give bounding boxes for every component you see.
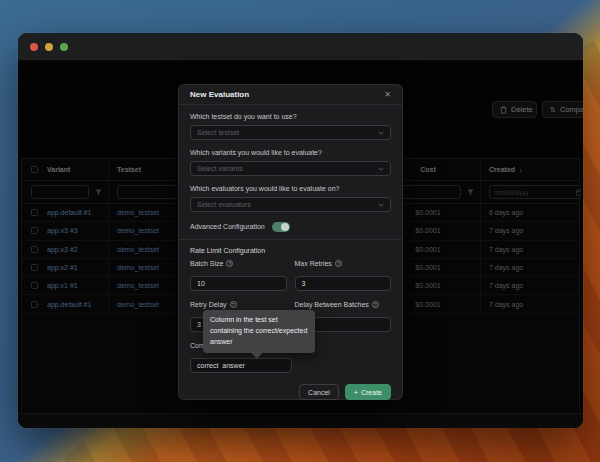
rate-limit-heading: Rate Limit Configuration xyxy=(190,247,391,254)
info-icon[interactable]: ? xyxy=(230,301,237,308)
advanced-configuration-toggle[interactable] xyxy=(272,222,290,232)
correct-answer-column-input[interactable] xyxy=(190,358,292,373)
variants-question-label: Which variants you would like to evaluat… xyxy=(190,149,391,156)
traffic-light-minimize-icon[interactable] xyxy=(45,43,53,51)
evaluators-select[interactable]: Select evaluators xyxy=(190,197,391,212)
plus-icon: + xyxy=(354,389,358,396)
modal-body: Which testset do you want to use? Select… xyxy=(179,105,402,400)
variants-select[interactable]: Select variants xyxy=(190,161,391,176)
max-retries-input[interactable] xyxy=(295,276,392,291)
info-icon[interactable]: ? xyxy=(335,260,342,267)
variants-select-placeholder: Select variants xyxy=(197,165,243,172)
info-icon[interactable]: ? xyxy=(372,301,379,308)
delay-between-batches-label: Delay Between Batches ? xyxy=(295,301,392,308)
toggle-knob xyxy=(281,223,289,231)
batch-size-input[interactable] xyxy=(190,276,287,291)
batch-size-label: Batch Size ? xyxy=(190,260,287,267)
retry-delay-label: Retry Delay ? xyxy=(190,301,287,308)
create-button[interactable]: + Create xyxy=(345,384,391,400)
modal-header: New Evaluation ✕ xyxy=(179,85,402,105)
max-retries-label: Max Retries ? xyxy=(295,260,392,267)
traffic-light-zoom-icon[interactable] xyxy=(60,43,68,51)
advanced-configuration-label: Advanced Configuration xyxy=(190,223,265,230)
rate-limit-grid-1: Batch Size ? Max Retries ? xyxy=(190,260,391,291)
info-icon[interactable]: ? xyxy=(226,260,233,267)
section-divider xyxy=(179,239,402,240)
traffic-light-close-icon[interactable] xyxy=(30,43,38,51)
tooltip-text: Column in the test set containing the co… xyxy=(210,316,307,345)
modal-title: New Evaluation xyxy=(190,90,249,99)
advanced-configuration-row: Advanced Configuration xyxy=(190,221,391,232)
close-icon[interactable]: ✕ xyxy=(384,91,391,99)
testset-question-label: Which testset do you want to use? xyxy=(190,113,391,120)
evaluators-question-label: Which evaluators you would like to evalu… xyxy=(190,185,391,192)
window-titlebar[interactable] xyxy=(18,33,583,61)
modal-footer: Cancel + Create xyxy=(190,384,391,400)
correct-answer-tooltip: Column in the test set containing the co… xyxy=(203,310,315,353)
testset-select[interactable]: Select testset xyxy=(190,125,391,140)
chevron-down-icon xyxy=(378,131,384,135)
testset-select-placeholder: Select testset xyxy=(197,129,239,136)
chevron-down-icon xyxy=(378,167,384,171)
cancel-button[interactable]: Cancel xyxy=(299,384,339,400)
new-evaluation-modal: New Evaluation ✕ Which testset do you wa… xyxy=(178,84,403,400)
evaluators-select-placeholder: Select evaluators xyxy=(197,201,251,208)
chevron-down-icon xyxy=(378,203,384,207)
